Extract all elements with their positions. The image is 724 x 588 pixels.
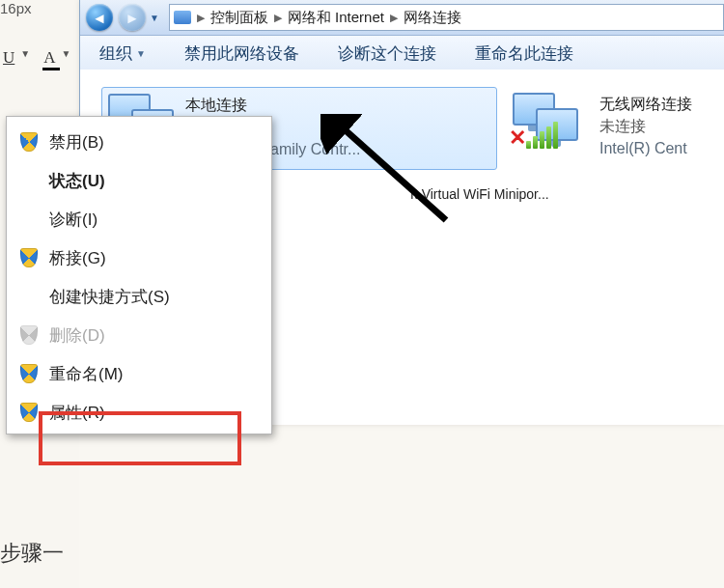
organize-label: 组织 (99, 42, 132, 65)
chevron-right-icon[interactable]: ▶ (386, 12, 402, 24)
shield-icon (20, 132, 38, 152)
menu-item-status[interactable]: 状态(U) (9, 161, 269, 200)
context-menu: 禁用(B) 状态(U) 诊断(I) 桥接(G) 创建快捷方式(S) 删除(D) … (6, 116, 272, 434)
step-label: 步骤一 (0, 539, 64, 568)
breadcrumb-seg-network-internet[interactable]: 网络和 Internet (288, 9, 384, 27)
nav-forward-button[interactable]: ► (119, 4, 146, 31)
shield-icon (20, 325, 38, 345)
wifi-signal-icon (526, 122, 558, 149)
connection-device: Intel(R) Cent (599, 137, 692, 159)
connection-title: 本地连接 (185, 94, 360, 116)
chevron-right-icon[interactable]: ▶ (193, 12, 209, 24)
menu-item-label: 桥接(G) (49, 247, 106, 269)
menu-item-diagnose[interactable]: 诊断(I) (9, 200, 269, 238)
shield-icon (20, 403, 38, 422)
menu-item-create-shortcut[interactable]: 创建快捷方式(S) (9, 277, 269, 316)
font-color-dropdown-icon[interactable]: ▼ (61, 48, 70, 68)
address-bar: ◄ ► ▼ ▶ 控制面板 ▶ 网络和 Internet ▶ 网络连接 (80, 0, 724, 36)
menu-item-label: 诊断(I) (49, 209, 97, 231)
menu-item-label: 禁用(B) (49, 131, 104, 154)
nav-back-button[interactable]: ◄ (86, 4, 113, 31)
menu-item-rename[interactable]: 重命名(M) (9, 354, 269, 393)
underline-dropdown-icon[interactable]: ▼ (20, 48, 30, 68)
nav-history-dropdown-icon[interactable]: ▼ (150, 13, 159, 23)
toolbar: 组织 ▼ 禁用此网络设备 诊断这个连接 重命名此连接 (80, 36, 724, 71)
location-icon (174, 11, 191, 24)
wifi-adapter-icon: ✕ (513, 93, 590, 151)
toolbar-disable-device[interactable]: 禁用此网络设备 (184, 42, 299, 65)
shield-icon (20, 364, 38, 383)
toolbar-diagnose[interactable]: 诊断这个连接 (338, 42, 436, 65)
breadcrumb-seg-network-connections[interactable]: 网络连接 (404, 9, 461, 27)
menu-item-label: 状态(U) (49, 170, 105, 192)
menu-item-label: 重命名(M) (49, 363, 123, 385)
chevron-right-icon[interactable]: ▶ (270, 12, 286, 24)
menu-item-label: 删除(D) (49, 324, 105, 347)
organize-menu[interactable]: 组织 ▼ (99, 42, 146, 65)
menu-item-bridge[interactable]: 桥接(G) (9, 238, 269, 277)
shield-icon (20, 248, 38, 267)
breadcrumb-seg-control-panel[interactable]: 控制面板 (210, 9, 268, 27)
connection-title: 无线网络连接 (599, 93, 692, 115)
menu-item-properties[interactable]: 属性(R) (9, 393, 269, 432)
connection-wifi[interactable]: ✕ 无线网络连接 未连接 Intel(R) Cent (513, 87, 692, 176)
menu-item-delete: 删除(D) (9, 316, 269, 354)
toolbar-rename[interactable]: 重命名此连接 (475, 42, 573, 65)
arrow-right-icon: ► (125, 10, 140, 26)
chevron-down-icon: ▼ (136, 48, 146, 59)
underline-tool[interactable]: U (3, 48, 14, 68)
menu-item-disable[interactable]: 禁用(B) (9, 123, 269, 161)
menu-item-label: 创建快捷方式(S) (49, 286, 170, 308)
font-size-readout: 16px (0, 0, 32, 16)
font-color-tool[interactable]: A (43, 48, 55, 68)
disconnected-x-icon: ✕ (509, 126, 526, 151)
connection-status: 未连接 (599, 115, 692, 137)
arrow-left-icon: ◄ (93, 10, 107, 26)
menu-item-label: 属性(R) (49, 402, 105, 424)
breadcrumb[interactable]: ▶ 控制面板 ▶ 网络和 Internet ▶ 网络连接 (169, 4, 724, 31)
